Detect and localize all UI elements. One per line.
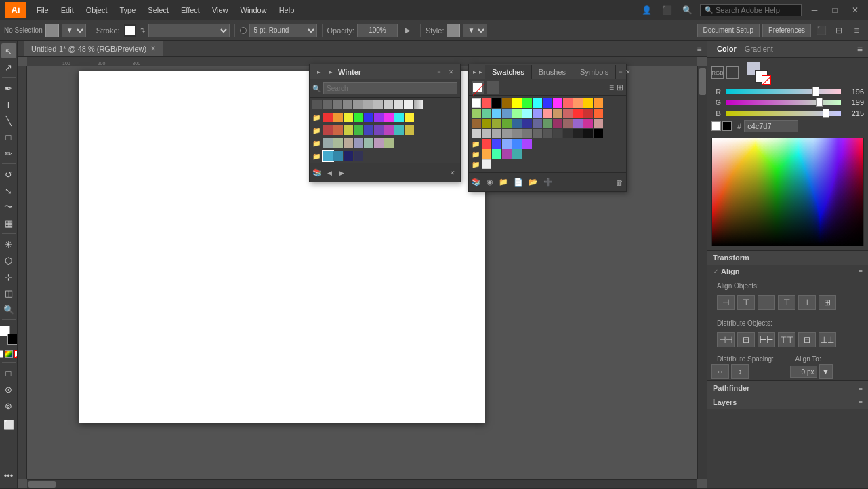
menu-object[interactable]: Object — [81, 4, 113, 16]
sw[interactable] — [594, 129, 603, 138]
stroke-swatch[interactable] — [7, 334, 18, 345]
dist-center-h-btn[interactable]: ⊟ — [737, 332, 755, 347]
dist-spacing-h-btn[interactable]: ↔ — [711, 364, 729, 379]
sw[interactable] — [363, 100, 373, 109]
sw[interactable] — [384, 125, 394, 135]
sw[interactable] — [492, 149, 501, 159]
maximize-icon[interactable]: □ — [827, 3, 842, 18]
warp-tool[interactable]: 〜 — [1, 199, 16, 214]
stroke-select[interactable] — [148, 24, 230, 37]
sw[interactable] — [374, 113, 384, 122]
sw[interactable] — [354, 113, 363, 122]
preferences-btn[interactable]: Preferences — [762, 24, 811, 37]
sw[interactable] — [364, 113, 373, 122]
sw[interactable] — [472, 119, 481, 128]
winter-menu-btn[interactable]: ≡ — [434, 67, 444, 77]
stroke-color[interactable] — [124, 24, 136, 37]
sw[interactable] — [522, 139, 532, 149]
sw[interactable] — [533, 119, 542, 128]
pen-tool[interactable]: ✒ — [1, 81, 16, 96]
document-tab[interactable]: Untitled-1* @ 48 % (RGB/Preview) ✕ — [24, 41, 163, 56]
sw[interactable] — [384, 100, 393, 109]
sw[interactable] — [354, 138, 363, 148]
transform-tool[interactable]: ⤡ — [1, 183, 16, 198]
open-file-btn[interactable]: 📂 — [529, 178, 538, 187]
menu-edit[interactable]: Edit — [56, 4, 79, 16]
pathfinder-section[interactable]: Pathfinder ≡ — [707, 380, 868, 395]
sw[interactable] — [472, 109, 481, 118]
doc-setup-btn[interactable]: Document Setup — [697, 24, 760, 37]
sw[interactable] — [394, 113, 404, 122]
sw[interactable] — [553, 98, 562, 108]
sw[interactable] — [512, 129, 522, 138]
align-bottom-btn[interactable]: ⊞ — [819, 295, 836, 310]
sw[interactable] — [502, 109, 512, 118]
rectangle-tool[interactable]: □ — [1, 130, 16, 144]
sw[interactable] — [323, 138, 333, 148]
fill-stroke-widget[interactable] — [0, 326, 18, 345]
sw[interactable] — [482, 129, 491, 138]
new-group-btn[interactable]: 📁 — [499, 178, 508, 187]
select-tool[interactable]: ↖ — [1, 43, 16, 58]
sw[interactable] — [323, 100, 332, 109]
sw[interactable] — [543, 109, 552, 118]
arrange-icon[interactable]: ⬛ — [659, 3, 674, 18]
sw[interactable] — [482, 119, 491, 128]
align-icon-tb[interactable]: ⊟ — [831, 23, 846, 38]
tab-color[interactable]: Color — [713, 43, 741, 54]
sw[interactable] — [374, 125, 384, 135]
search-input[interactable] — [716, 6, 797, 14]
tab-swatches[interactable]: Swatches — [485, 65, 532, 79]
sw[interactable] — [353, 100, 363, 109]
sw[interactable] — [522, 98, 532, 108]
dist-middle-v-btn[interactable]: ⊟ — [798, 332, 816, 347]
list-view-icon[interactable]: ≡ — [609, 83, 614, 92]
sw[interactable] — [512, 98, 522, 108]
sw[interactable] — [502, 149, 512, 159]
sw[interactable] — [583, 129, 593, 138]
sw[interactable] — [563, 109, 573, 118]
sw[interactable] — [394, 125, 404, 135]
tab-close-btn[interactable]: ✕ — [150, 45, 156, 52]
sw[interactable] — [563, 129, 573, 138]
brush-select[interactable]: 5 pt. Round — [249, 24, 317, 37]
sw[interactable] — [384, 113, 394, 122]
sw[interactable] — [594, 109, 603, 118]
sw[interactable] — [573, 98, 583, 108]
dist-bottom-btn[interactable]: ⊥⊥ — [819, 332, 836, 347]
sw[interactable] — [553, 129, 562, 138]
sw[interactable] — [512, 109, 522, 118]
swatch-lib-icon[interactable]: 📚 — [312, 168, 322, 177]
scrollbar-thumb-v[interactable] — [699, 68, 706, 95]
r-slider-track[interactable] — [726, 89, 841, 94]
sw[interactable] — [502, 119, 512, 128]
graph-tool[interactable]: ▦ — [1, 216, 16, 231]
close-icon[interactable]: ✕ — [848, 3, 863, 18]
g-slider-thumb[interactable] — [816, 98, 823, 107]
tab-arrange-icon[interactable]: ≡ — [692, 41, 707, 56]
slice-tool[interactable]: ⊹ — [1, 269, 16, 284]
sw[interactable] — [482, 98, 491, 108]
minimize-icon[interactable]: ─ — [807, 3, 822, 18]
sw[interactable] — [333, 100, 342, 109]
black-box[interactable] — [722, 121, 732, 131]
sw[interactable] — [312, 100, 322, 109]
winter-collapse-btn2[interactable]: ▸ — [326, 67, 335, 77]
sw[interactable] — [323, 113, 333, 122]
hex-input[interactable] — [744, 120, 798, 132]
sw[interactable] — [354, 125, 363, 135]
sw[interactable] — [374, 138, 384, 148]
sw[interactable] — [563, 98, 573, 108]
live-paint-tool[interactable]: ⬡ — [1, 253, 16, 268]
sw[interactable] — [333, 113, 343, 122]
change-screen-mode[interactable]: □ — [1, 366, 16, 380]
sw[interactable] — [522, 119, 532, 128]
sw[interactable] — [333, 125, 343, 135]
sw[interactable] — [394, 100, 403, 109]
menu-select[interactable]: Select — [142, 4, 174, 16]
sw[interactable] — [333, 138, 343, 148]
sw[interactable] — [573, 109, 583, 118]
layers-section[interactable]: Layers ≡ — [707, 395, 868, 409]
sw[interactable] — [405, 125, 414, 135]
menu-type[interactable]: Type — [115, 4, 142, 16]
